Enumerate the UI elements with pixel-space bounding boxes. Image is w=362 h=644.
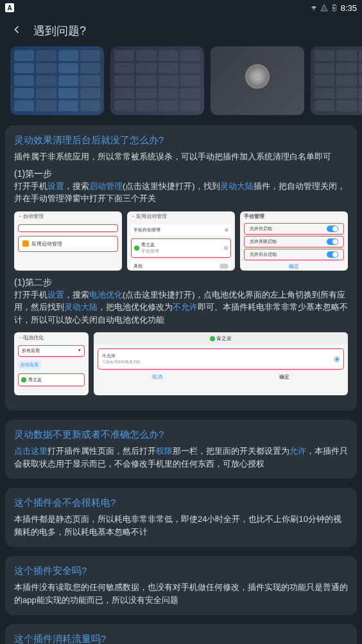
card-title: 这个插件会不会很耗电? — [14, 497, 348, 509]
screenshot-search: ← 自动管理 应用启动管理 — [14, 211, 122, 271]
settings-link[interactable]: 设置 — [47, 181, 64, 191]
step-1-label: (1)第一步 — [14, 168, 348, 180]
card-title: 灵动效果清理后台后就没了怎么办? — [14, 134, 348, 147]
not-allow-link[interactable]: 不允许 — [173, 302, 198, 312]
page-title: 遇到问题? — [33, 23, 86, 39]
card-title: 这个插件消耗流量吗? — [14, 633, 348, 644]
battery-icon — [331, 4, 338, 12]
step2-screenshots: ← 电池优化 所有应用▾ 所有应用 青之蓝 青之蓝 不允许可能会增加耗电量消耗 … — [14, 332, 348, 395]
card-title: 灵动数据不更新或者不准确怎么办? — [14, 429, 348, 441]
status-bar: A 8:35 — [0, 0, 362, 15]
click-here-link[interactable]: 点击这里 — [14, 446, 47, 456]
faq-card-background-clean: 灵动效果清理后台后就没了怎么办? 插件属于非系统应用，所以常常被系统误杀，可以手… — [5, 125, 357, 411]
back-button[interactable] — [10, 23, 23, 39]
gallery-item[interactable] — [311, 46, 362, 115]
gallery-item[interactable] — [10, 46, 104, 115]
card-text: 点击这里打开插件属性页面，然后打开权限那一栏，把里面的开关都设置为允许，本插件只… — [14, 445, 348, 470]
card-intro: 插件属于非系统应用，所以常常被系统误杀，可以手动把插件加入系统清理白名单即可 — [14, 150, 348, 163]
app-name-link[interactable]: 灵动大陆 — [64, 302, 98, 312]
step1-screenshots: ← 自动管理 应用启动管理 ← 应用启动管理 手动自动管理⊙ 青之蓝手动管理⊙ … — [14, 211, 348, 271]
startup-manage-link[interactable]: 启动管理 — [89, 181, 123, 191]
signal-icon — [320, 4, 328, 12]
status-left: A — [5, 3, 14, 12]
screenshot-battery-opt: ← 电池优化 所有应用▾ 所有应用 青之蓝 — [14, 332, 89, 395]
gallery-item[interactable] — [110, 46, 204, 115]
status-time: 8:35 — [341, 3, 357, 13]
svg-rect-1 — [334, 4, 335, 5]
screenshot-startup-list: ← 应用启动管理 手动自动管理⊙ 青之蓝手动管理⊙ 其他 — [127, 211, 235, 271]
permissions-link[interactable]: 权限 — [156, 446, 173, 456]
faq-card-data-update: 灵动数据不更新或者不准确怎么办? 点击这里打开插件属性页面，然后打开权限那一栏，… — [5, 420, 357, 479]
screenshot-battery-dialog: 青之蓝 不允许可能会增加耗电量消耗 取消确定 — [94, 332, 348, 395]
faq-card-security: 这个插件安全吗? 本插件没有读取您的任何敏感数据，也没有对手机做任何修改，插件实… — [5, 556, 357, 615]
settings-link[interactable]: 设置 — [47, 290, 64, 300]
step-2-label: (1)第二步 — [14, 277, 348, 289]
step-1-text: 打开手机设置，搜索启动管理(点击这里快捷打开)，找到灵动大陆插件，把自动管理关闭… — [14, 180, 348, 205]
app-indicator-icon: A — [5, 3, 14, 12]
wifi-icon — [310, 4, 318, 12]
preview-gallery[interactable] — [0, 46, 362, 125]
app-name-link[interactable]: 灵动大陆 — [220, 181, 254, 191]
allow-link[interactable]: 允许 — [289, 446, 306, 456]
battery-opt-link[interactable]: 电池优化 — [89, 290, 123, 300]
faq-card-battery: 这个插件会不会很耗电? 本插件都是静态页面，所以耗电非常非常低，即使24小时全开… — [5, 488, 357, 547]
faq-card-data-usage: 这个插件消耗流量吗? 在插件意外遇到BUG而闪退或者卡住时，为了我方便定位问题，… — [5, 624, 357, 644]
arrow-left-icon — [10, 23, 23, 36]
screenshot-manual-manage: 手动管理 允许自启动 允许关联启动 允许后台活动 确定 — [240, 211, 348, 271]
content-area: 灵动效果清理后台后就没了怎么办? 插件属于非系统应用，所以常常被系统误杀，可以手… — [0, 125, 362, 644]
step-2-text: 打开手机设置，搜索电池优化(点击这里快捷打开)，点电池优化界面的左上角切换到所有… — [14, 289, 348, 326]
status-right: 8:35 — [310, 3, 357, 13]
card-title: 这个插件安全吗? — [14, 565, 348, 577]
card-text: 本插件都是静态页面，所以耗电非常非常低，即使24小时全开，也比不上你刷10分钟的… — [14, 513, 348, 538]
gallery-item[interactable] — [211, 46, 304, 115]
page-header: 遇到问题? — [0, 15, 362, 46]
card-text: 本插件没有读取您的任何敏感数据，也没有对手机做任何修改，插件实现的功能只是普通的… — [14, 581, 348, 606]
